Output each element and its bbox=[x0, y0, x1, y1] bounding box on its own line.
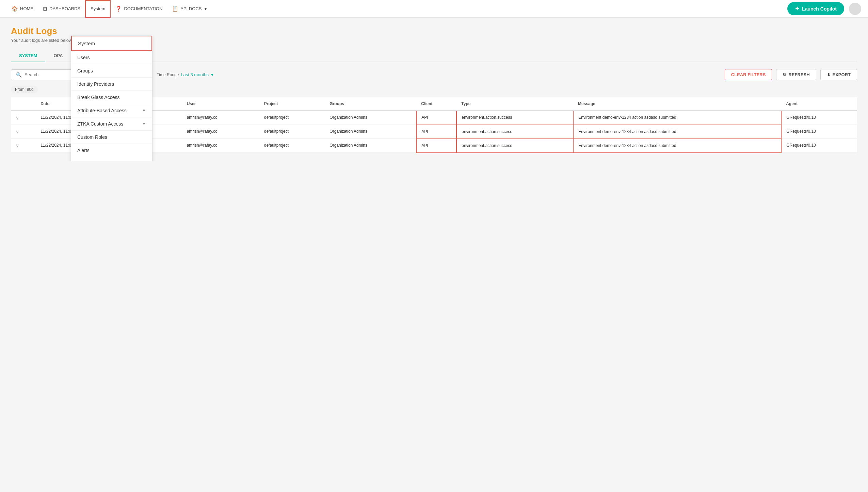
nav-home-label: HOME bbox=[20, 6, 33, 11]
col-message: Message bbox=[573, 97, 781, 111]
time-range-label: Time Range bbox=[157, 72, 179, 77]
row-type-1: environment.action.success bbox=[456, 125, 573, 139]
row-user-0: amrish@rafay.co bbox=[182, 111, 259, 125]
col-agent: Agent bbox=[781, 97, 857, 111]
col-project: Project bbox=[259, 97, 325, 111]
row-client-1: API bbox=[416, 125, 456, 139]
nav-home[interactable]: 🏠 HOME bbox=[7, 0, 38, 18]
dropdown-item-label: Attribute-Based Access bbox=[77, 108, 127, 113]
row-groups-0: Organization Admins bbox=[325, 111, 416, 125]
dropdown-item-label: Break Glass Access bbox=[77, 95, 120, 100]
copilot-star-icon: ✦ bbox=[795, 5, 799, 12]
refresh-button[interactable]: ↻ REFRESH bbox=[776, 69, 816, 80]
export-icon: ⬇ bbox=[827, 72, 831, 77]
dashboards-icon: ⊞ bbox=[43, 6, 47, 12]
dropdown-item-access-reports[interactable]: Access Reports bbox=[71, 157, 152, 161]
col-user: User bbox=[182, 97, 259, 111]
dropdown-item-ztka-custom-access[interactable]: ZTKA Custom Access▼ bbox=[71, 117, 152, 130]
col-client: Client bbox=[416, 97, 456, 111]
row-agent-0: GRequests/0.10 bbox=[781, 111, 857, 125]
col-expand bbox=[11, 97, 36, 111]
time-range-value: Last 3 months bbox=[181, 72, 209, 77]
dropdown-item-label: Identity Providers bbox=[77, 81, 114, 87]
row-project-1: defaultproject bbox=[259, 125, 325, 139]
chevron-down-icon: ▼ bbox=[204, 7, 207, 11]
row-user-2: amrish@rafay.co bbox=[182, 139, 259, 153]
dropdown-item-attribute-based-access[interactable]: Attribute-Based Access▼ bbox=[71, 104, 152, 117]
clear-filters-button[interactable]: CLEAR FILTERS bbox=[725, 69, 772, 80]
expand-arrow-icon: ▼ bbox=[142, 108, 146, 113]
col-groups: Groups bbox=[325, 97, 416, 111]
nav-dashboards[interactable]: ⊞ DASHBOARDS bbox=[38, 0, 85, 18]
col-type: Type bbox=[456, 97, 573, 111]
row-groups-1: Organization Admins bbox=[325, 125, 416, 139]
nav-api-docs-label: API DOCS bbox=[180, 6, 202, 11]
search-icon: 🔍 bbox=[16, 72, 22, 78]
dropdown-items: UsersGroupsIdentity ProvidersBreak Glass… bbox=[71, 51, 152, 161]
launch-copilot-label: Launch Copilot bbox=[802, 6, 837, 12]
row-expand-2[interactable]: ∨ bbox=[11, 139, 36, 153]
search-box[interactable]: 🔍 bbox=[11, 69, 79, 80]
row-message-1: Environment demo-env-1234 action asdasd … bbox=[573, 125, 781, 139]
top-navigation: 🏠 HOME ⊞ DASHBOARDS System ❓ DOCUMENTATI… bbox=[0, 0, 868, 18]
expand-chevron-icon[interactable]: ∨ bbox=[16, 143, 19, 148]
question-icon: ❓ bbox=[115, 6, 122, 12]
dropdown-item-label: Custom Roles bbox=[77, 134, 107, 140]
search-input[interactable] bbox=[25, 72, 72, 77]
row-project-0: defaultproject bbox=[259, 111, 325, 125]
row-agent-2: GRequests/0.10 bbox=[781, 139, 857, 153]
expand-chevron-icon[interactable]: ∨ bbox=[16, 129, 19, 134]
row-groups-2: Organization Admins bbox=[325, 139, 416, 153]
time-range-filter: Time Range Last 3 months ▼ bbox=[157, 72, 214, 77]
nav-system-label: System bbox=[91, 6, 105, 11]
row-type-0: environment.action.success bbox=[456, 111, 573, 125]
dropdown-item-identity-providers[interactable]: Identity Providers bbox=[71, 78, 152, 91]
nav-dashboards-label: DASHBOARDS bbox=[49, 6, 80, 11]
row-project-2: defaultproject bbox=[259, 139, 325, 153]
dropdown-item-groups[interactable]: Groups bbox=[71, 64, 152, 77]
row-message-0: Environment demo-env-1234 action asdasd … bbox=[573, 111, 781, 125]
row-expand-1[interactable]: ∨ bbox=[11, 125, 36, 139]
home-icon: 🏠 bbox=[12, 6, 18, 12]
dropdown-item-label: ZTKA Custom Access bbox=[77, 121, 123, 127]
row-message-2: Environment demo-env-1234 action asdasd … bbox=[573, 139, 781, 153]
nav-documentation-label: DOCUMENTATION bbox=[124, 6, 162, 11]
tab-system[interactable]: SYSTEM bbox=[11, 50, 45, 62]
dropdown-item-label: Alerts bbox=[77, 148, 90, 153]
row-client-2: API bbox=[416, 139, 456, 153]
row-expand-0[interactable]: ∨ bbox=[11, 111, 36, 125]
expand-arrow-icon: ▼ bbox=[142, 121, 146, 126]
export-label: EXPORT bbox=[833, 72, 851, 77]
nav-documentation[interactable]: ❓ DOCUMENTATION bbox=[111, 0, 167, 18]
time-range-chevron-icon: ▼ bbox=[210, 73, 214, 77]
dropdown-item-break-glass-access[interactable]: Break Glass Access bbox=[71, 91, 152, 104]
expand-chevron-icon[interactable]: ∨ bbox=[16, 115, 19, 120]
dropdown-item-alerts[interactable]: Alerts bbox=[71, 144, 152, 157]
avatar[interactable] bbox=[849, 3, 861, 15]
launch-copilot-button[interactable]: ✦ Launch Copilot bbox=[787, 2, 844, 15]
tab-opa[interactable]: OPA bbox=[45, 50, 71, 62]
refresh-icon: ↻ bbox=[783, 72, 786, 77]
system-dropdown-menu: System UsersGroupsIdentity ProvidersBrea… bbox=[71, 35, 152, 161]
dropdown-item-users[interactable]: Users bbox=[71, 51, 152, 64]
dropdown-header: System bbox=[71, 36, 152, 51]
row-client-0: API bbox=[416, 111, 456, 125]
row-type-2: environment.action.success bbox=[456, 139, 573, 153]
from-chip-label: From: 90d bbox=[15, 87, 34, 92]
export-button[interactable]: ⬇ EXPORT bbox=[820, 69, 857, 80]
row-user-1: amrish@rafay.co bbox=[182, 125, 259, 139]
dropdown-item-label: Users bbox=[77, 55, 90, 60]
refresh-label: REFRESH bbox=[788, 72, 809, 77]
dropdown-item-label: Groups bbox=[77, 68, 93, 73]
page-title: Audit Logs bbox=[11, 26, 857, 36]
row-agent-1: GRequests/0.10 bbox=[781, 125, 857, 139]
api-docs-icon: 📋 bbox=[172, 6, 178, 12]
from-chip: From: 90d bbox=[11, 86, 38, 93]
nav-system[interactable]: System bbox=[85, 0, 111, 18]
time-range-select[interactable]: Last 3 months ▼ bbox=[181, 72, 214, 77]
nav-api-docs[interactable]: 📋 API DOCS ▼ bbox=[167, 0, 212, 18]
dropdown-item-label: Access Reports bbox=[77, 161, 111, 161]
dropdown-item-custom-roles[interactable]: Custom Roles bbox=[71, 131, 152, 144]
